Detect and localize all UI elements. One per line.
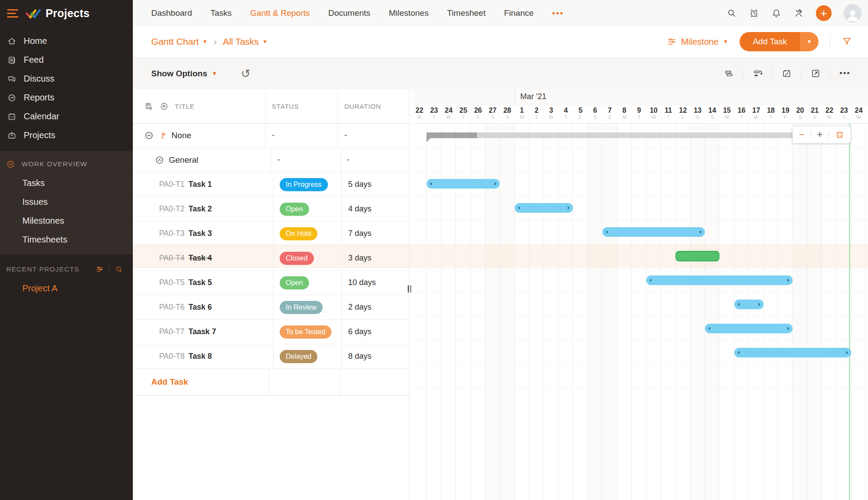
drag-handle-right[interactable]: [846, 351, 848, 354]
status-badge[interactable]: In Progress: [280, 178, 328, 191]
group-by-selector[interactable]: Milestone ▼: [667, 37, 729, 47]
table-row-pa0-t7[interactable]: PA0-T7Taask 7To be Tested6 days: [133, 320, 409, 344]
tab-dashboard[interactable]: Dashboard: [151, 8, 192, 18]
filter-funnel-icon[interactable]: [842, 36, 852, 47]
drag-handle-left[interactable]: [708, 327, 710, 330]
pane-resize-handle[interactable]: [406, 282, 413, 295]
gantt-bar-pa0-t6[interactable]: [734, 300, 764, 309]
sidebar-item-tasks[interactable]: Tasks: [0, 174, 133, 193]
drag-handle-left[interactable]: [649, 279, 651, 282]
status-badge[interactable]: To be Tested: [280, 325, 331, 339]
zoom-out-button[interactable]: −: [799, 130, 804, 139]
status-badge[interactable]: In Review: [280, 301, 323, 314]
tab-finance[interactable]: Finance: [504, 8, 534, 18]
collapse-group-icon[interactable]: [155, 155, 164, 165]
sidebar-item-home[interactable]: Home: [0, 32, 133, 50]
show-options-button[interactable]: Show Options ▼: [133, 69, 217, 79]
quick-add-button[interactable]: +: [816, 5, 832, 21]
collapse-all-icon[interactable]: [160, 102, 169, 111]
add-task-dropdown[interactable]: ▼: [800, 32, 818, 51]
baseline-view-icon[interactable]: [724, 68, 734, 79]
filter-sliders-icon[interactable]: [96, 265, 104, 274]
tab-timesheet[interactable]: Timesheet: [447, 8, 486, 18]
day-number: 3: [544, 107, 559, 114]
tab-documents[interactable]: Documents: [328, 8, 370, 18]
status-badge[interactable]: Delayed: [280, 350, 318, 363]
breadcrumb-all-tasks[interactable]: All Tasks ▼: [223, 36, 267, 47]
tab-gantt-reports[interactable]: Gantt & Reports: [250, 8, 310, 18]
gantt-bar-pa0-t7[interactable]: [705, 324, 793, 333]
table-row-pa0-t8[interactable]: PA0-T8Task 8Delayed8 days: [133, 344, 409, 369]
sidebar-item-reports[interactable]: Reports: [0, 88, 133, 107]
sidebar-item-feed[interactable]: Feed: [0, 50, 133, 69]
add-task-button[interactable]: Add Task ▼: [740, 32, 818, 51]
add-task-link[interactable]: Add Task: [151, 377, 188, 387]
column-settings-icon[interactable]: [144, 102, 153, 111]
table-row-pa0-t1[interactable]: PA0-T1Task 1In Progress5 days: [133, 172, 409, 197]
drag-handle-right[interactable]: [568, 206, 570, 210]
timer-icon[interactable]: [749, 8, 759, 18]
exclude-weekends-icon[interactable]: [782, 68, 792, 79]
sidebar-item-timesheets[interactable]: Timesheets: [0, 230, 133, 249]
recent-project-project-a[interactable]: Project A: [0, 279, 133, 298]
drag-handle-right[interactable]: [758, 303, 761, 306]
tab-milestones[interactable]: Milestones: [389, 8, 429, 18]
sidebar-item-milestones[interactable]: Milestones: [0, 211, 133, 230]
work-overview-header[interactable]: WORK OVERVIEW: [0, 154, 133, 174]
drag-handle-right[interactable]: [494, 182, 497, 186]
more-tabs-icon[interactable]: •••: [552, 8, 564, 18]
collapse-group-icon[interactable]: [144, 131, 154, 140]
table-row-pa0-t3[interactable]: PA0-T3Task 3On Hold7 days: [133, 221, 409, 246]
task-name: Task 8: [189, 352, 212, 361]
table-row-pa0-t5[interactable]: PA0-T5Task 5Open10 days: [133, 271, 409, 295]
divider: [830, 35, 830, 48]
drag-handle-left[interactable]: [737, 303, 740, 306]
zoom-in-button[interactable]: +: [817, 130, 822, 139]
settings-tools-icon[interactable]: [793, 8, 804, 18]
status-badge[interactable]: Closed: [280, 252, 314, 265]
breadcrumb-gantt-chart[interactable]: Gantt Chart ▼: [151, 36, 207, 47]
status-badge[interactable]: On Hold: [280, 227, 318, 240]
status-badge[interactable]: Open: [280, 203, 309, 216]
gantt-bar-pa0-t8[interactable]: [734, 348, 851, 357]
gantt-bar-pa0-t3[interactable]: [602, 227, 705, 237]
drag-handle-left[interactable]: [518, 206, 520, 210]
work-overview-label: WORK OVERVIEW: [21, 160, 87, 168]
hamburger-menu-icon[interactable]: [7, 9, 18, 18]
sidebar-item-calendar[interactable]: Calendar: [0, 107, 133, 126]
status-badge[interactable]: Open: [280, 276, 309, 289]
gantt-bar-pa0-t5[interactable]: [646, 275, 793, 285]
summary-bar[interactable]: [427, 132, 846, 138]
fullscreen-icon[interactable]: [811, 68, 821, 79]
gantt-bar-pa0-t4[interactable]: [676, 251, 719, 261]
drag-handle-right[interactable]: [787, 279, 790, 282]
drag-handle-left[interactable]: [737, 351, 740, 354]
gantt-bar-pa0-t1[interactable]: [427, 179, 500, 189]
sidebar-item-discuss[interactable]: Discuss: [0, 69, 133, 88]
timeline-day: 11T: [661, 106, 676, 123]
table-row-pa0-t4[interactable]: PA0-T4Task 4Closed3 days: [133, 246, 409, 271]
sidebar-item-projects[interactable]: Projects: [0, 126, 133, 145]
chevron-down-icon: ▼: [263, 39, 268, 45]
reschedule-icon[interactable]: [753, 68, 763, 79]
tab-tasks[interactable]: Tasks: [210, 8, 232, 18]
fit-to-screen-icon[interactable]: [835, 130, 844, 139]
title-column-label: TITLE: [175, 103, 195, 110]
user-avatar[interactable]: [843, 4, 862, 22]
search-projects-icon[interactable]: [115, 265, 123, 274]
table-row-pa0-t6[interactable]: PA0-T6Task 6In Review2 days: [133, 295, 409, 320]
more-options-icon[interactable]: •••: [840, 69, 850, 78]
task-status-cell: Open: [274, 271, 342, 295]
gantt-bar-pa0-t2[interactable]: [515, 203, 573, 213]
task-duration-cell: 3 days: [342, 246, 409, 270]
undo-icon[interactable]: ↺: [241, 68, 251, 79]
notifications-bell-icon[interactable]: [771, 8, 782, 18]
search-icon[interactable]: [726, 8, 737, 18]
drag-handle-right[interactable]: [787, 327, 790, 330]
drag-handle-left[interactable]: [605, 230, 608, 234]
chevron-down-icon: ▼: [203, 39, 208, 45]
table-row-pa0-t2[interactable]: PA0-T2Task 2Open4 days: [133, 197, 409, 221]
drag-handle-left[interactable]: [430, 182, 432, 186]
sidebar-item-issues[interactable]: Issues: [0, 193, 133, 211]
drag-handle-right[interactable]: [700, 230, 702, 234]
